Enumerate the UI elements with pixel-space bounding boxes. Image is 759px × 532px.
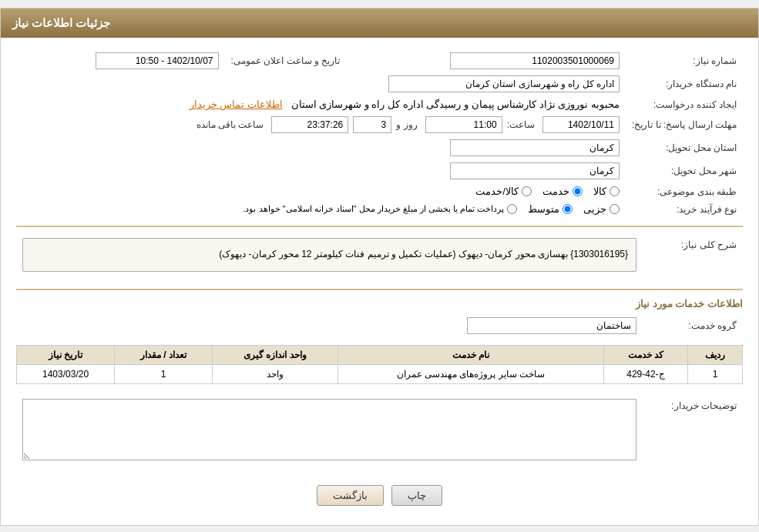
divider-2	[16, 289, 743, 290]
row-need-number: شماره نیاز: 1102003501000069 تاریخ و ساع…	[16, 49, 743, 72]
announce-date-label: تاریخ و ساعت اعلان عمومی:	[225, 49, 347, 72]
send-remaining-value: 23:37:26	[271, 116, 348, 133]
notes-table: توضیحات خریدار:	[16, 396, 743, 466]
col-date: تاریخ نیاز	[17, 345, 115, 364]
creator-label: ایجاد کننده درخواست:	[626, 95, 743, 113]
row-city: شهر محل تحویل: کرمان	[16, 159, 743, 182]
col-code: کد خدمت	[603, 345, 687, 364]
radio-kala-khedmat[interactable]	[522, 186, 532, 196]
service-group-value: ساختمان	[467, 317, 636, 334]
category-option-kala[interactable]: کالا	[593, 186, 620, 197]
buyer-notes-textarea[interactable]	[22, 399, 636, 460]
category-option-khedmat[interactable]: خدمت	[542, 186, 583, 197]
radio-kala-label: کالا	[593, 186, 606, 197]
col-quantity: تعداد / مقدار	[115, 345, 213, 364]
cell-row-num: 1	[688, 364, 743, 383]
radio-jozi-label: جزیی	[583, 203, 606, 215]
radio-pardakht-label: پرداخت تمام یا بخشی از مبلغ خریدار محل "…	[243, 204, 504, 214]
category-option-kala-khedmat[interactable]: کالا/خدمت	[475, 186, 532, 197]
col-row-num: ردیف	[688, 345, 743, 364]
purchase-option-pardakht[interactable]: پرداخت تمام یا بخشی از مبلغ خریدار محل "…	[243, 204, 517, 214]
row-province: استان محل تحویل: کرمان	[16, 136, 743, 159]
row-creator: ایجاد کننده درخواست: محبوبه نوروزی نژاد …	[16, 95, 743, 113]
page-header: جزئیات اطلاعات نیاز	[1, 8, 758, 38]
service-group-table: گروه خدمت: ساختمان	[16, 314, 743, 337]
description-table: شرح کلی نیاز: {1303016195} بهسازی محور ک…	[16, 235, 743, 281]
need-number-value: 1102003501000069	[450, 52, 620, 69]
need-number-label: شماره نیاز:	[626, 49, 743, 72]
radio-jozi[interactable]	[610, 204, 620, 214]
announce-date-value: 1402/10/07 - 10:50	[96, 52, 219, 69]
services-data-table: ردیف کد خدمت نام خدمت واحد اندازه گیری ت…	[16, 345, 743, 384]
buyer-org-label: نام دستگاه خریدار:	[626, 72, 743, 95]
cell-code: ج-42-429	[603, 364, 687, 383]
services-table-body: 1 ج-42-429 ساخت سایر پروژه‌های مهندسی عم…	[17, 364, 743, 383]
category-label: طبقه بندی موضوعی:	[626, 182, 743, 200]
radio-kala-khedmat-label: کالا/خدمت	[475, 186, 519, 197]
purchase-radio-group: جزیی متوسط پرداخت تمام یا بخشی از مبلغ خ…	[22, 203, 620, 215]
cell-name: ساخت سایر پروژه‌های مهندسی عمران	[338, 364, 603, 383]
radio-motavaset-label: متوسط	[528, 203, 559, 215]
send-days-label: روز و	[396, 119, 417, 130]
row-send-deadline: مهلت ارسال پاسخ: تا تاریخ: 1402/10/11 سا…	[16, 113, 743, 136]
divider-1	[16, 226, 743, 227]
radio-khedmat-label: خدمت	[542, 186, 569, 197]
city-value: کرمان	[450, 162, 620, 179]
col-unit: واحد اندازه گیری	[213, 345, 338, 364]
creator-value: محبوبه نوروزی نژاد کارشناس پیمان و رسیدگ…	[291, 99, 620, 110]
purchase-option-motavaset[interactable]: متوسط	[528, 203, 573, 215]
send-date-value: 1402/10/11	[542, 116, 620, 133]
need-description-value: {1303016195} بهسازی محور کرمان- دیهوک (ع…	[22, 238, 636, 272]
row-purchase-type: نوع فرآیند خرید: جزیی متوسط	[16, 200, 743, 218]
radio-motavaset[interactable]	[563, 204, 573, 214]
send-deadline-label: مهلت ارسال پاسخ: تا تاریخ:	[626, 113, 743, 136]
creator-contact-link[interactable]: اطلاعات تماس خریدار	[190, 99, 283, 110]
back-button[interactable]: بازگشت	[317, 485, 384, 506]
content-area: شماره نیاز: 1102003501000069 تاریخ و ساع…	[1, 38, 758, 525]
page-wrapper: جزئیات اطلاعات نیاز شماره نیاز: 11020035…	[0, 8, 759, 526]
radio-kala[interactable]	[610, 186, 620, 196]
row-buyer-org: نام دستگاه خریدار: اداره کل راه و شهرساز…	[16, 72, 743, 95]
send-days-value: 3	[353, 116, 391, 133]
buyer-org-value: اداره کل راه و شهرسازی استان کرمان	[388, 75, 620, 92]
services-table-head: ردیف کد خدمت نام خدمت واحد اندازه گیری ت…	[17, 345, 743, 364]
service-group-label: گروه خدمت:	[643, 314, 743, 337]
services-header-row: ردیف کد خدمت نام خدمت واحد اندازه گیری ت…	[17, 345, 743, 364]
row-category: طبقه بندی موضوعی: کالا خدمت	[16, 182, 743, 200]
province-value: کرمان	[450, 139, 620, 156]
col-name: نام خدمت	[338, 345, 603, 364]
buttons-row: چاپ بازگشت	[16, 473, 743, 514]
services-section-title: اطلاعات خدمات مورد نیاز	[16, 298, 743, 309]
city-label: شهر محل تحویل:	[626, 159, 743, 182]
cell-date: 1403/03/20	[17, 364, 115, 383]
row-buyer-notes: توضیحات خریدار:	[16, 396, 743, 466]
radio-khedmat[interactable]	[573, 186, 583, 196]
send-time-value: 11:00	[425, 116, 502, 133]
category-radio-group: کالا خدمت کالا/خدمت	[22, 186, 620, 197]
row-service-group: گروه خدمت: ساختمان	[16, 314, 743, 337]
cell-quantity: 1	[115, 364, 213, 383]
table-row: 1 ج-42-429 ساخت سایر پروژه‌های مهندسی عم…	[17, 364, 743, 383]
send-time-label: ساعت:	[507, 119, 535, 130]
buyer-notes-label: توضیحات خریدار:	[643, 396, 743, 466]
purchase-option-jozi[interactable]: جزیی	[583, 203, 620, 215]
page-title: جزئیات اطلاعات نیاز	[12, 16, 110, 29]
cell-unit: واحد	[213, 364, 338, 383]
row-need-description: شرح کلی نیاز: {1303016195} بهسازی محور ک…	[16, 235, 743, 281]
send-deadline-row: 1402/10/11 ساعت: 11:00 روز و 3 23:37:26 …	[22, 116, 620, 133]
print-button[interactable]: چاپ	[391, 485, 442, 506]
main-info-table: شماره نیاز: 1102003501000069 تاریخ و ساع…	[16, 49, 743, 218]
province-label: استان محل تحویل:	[626, 136, 743, 159]
send-remaining-label: ساعت باقی مانده	[196, 119, 264, 130]
radio-pardakht[interactable]	[507, 204, 517, 214]
purchase-type-label: نوع فرآیند خرید:	[626, 200, 743, 218]
need-description-label: شرح کلی نیاز:	[643, 235, 743, 281]
